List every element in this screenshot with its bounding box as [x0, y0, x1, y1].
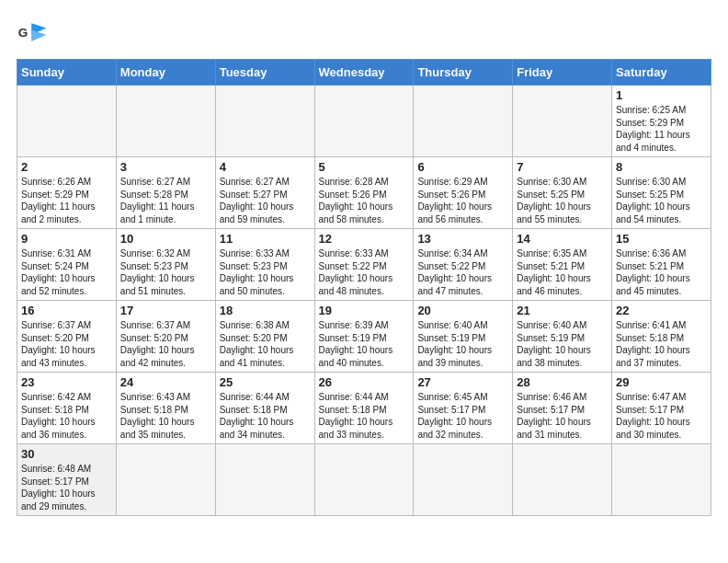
day-cell	[17, 86, 117, 157]
day-cell	[116, 444, 215, 516]
day-number: 27	[417, 375, 508, 389]
day-cell: 13Sunrise: 6:34 AM Sunset: 5:22 PM Dayli…	[414, 229, 513, 301]
day-info: Sunrise: 6:47 AM Sunset: 5:17 PM Dayligh…	[616, 391, 707, 441]
calendar-header: SundayMondayTuesdayWednesdayThursdayFrid…	[17, 60, 711, 86]
day-cell: 21Sunrise: 6:40 AM Sunset: 5:19 PM Dayli…	[513, 301, 612, 373]
page: G SundayMondayTuesdayWednesdayThursdayFr…	[0, 0, 728, 563]
weekday-header-monday: Monday	[116, 60, 215, 86]
week-row-4: 16Sunrise: 6:37 AM Sunset: 5:20 PM Dayli…	[17, 301, 711, 373]
day-cell: 9Sunrise: 6:31 AM Sunset: 5:24 PM Daylig…	[17, 229, 117, 301]
day-info: Sunrise: 6:44 AM Sunset: 5:18 PM Dayligh…	[319, 391, 410, 441]
day-info: Sunrise: 6:30 AM Sunset: 5:25 PM Dayligh…	[616, 176, 707, 225]
day-number: 14	[517, 232, 608, 246]
day-cell: 1Sunrise: 6:25 AM Sunset: 5:29 PM Daylig…	[612, 86, 711, 157]
day-info: Sunrise: 6:38 AM Sunset: 5:20 PM Dayligh…	[220, 319, 311, 369]
svg-text:G: G	[18, 26, 28, 40]
day-number: 21	[517, 304, 608, 317]
day-number: 12	[319, 232, 410, 246]
day-number: 17	[120, 304, 211, 317]
day-info: Sunrise: 6:42 AM Sunset: 5:18 PM Dayligh…	[21, 391, 112, 441]
weekday-header-sunday: Sunday	[17, 60, 117, 86]
day-cell: 7Sunrise: 6:30 AM Sunset: 5:25 PM Daylig…	[513, 157, 612, 229]
day-number: 3	[120, 160, 211, 174]
weekday-row: SundayMondayTuesdayWednesdayThursdayFrid…	[17, 60, 711, 86]
day-info: Sunrise: 6:37 AM Sunset: 5:20 PM Dayligh…	[21, 319, 112, 369]
day-number: 2	[21, 160, 112, 174]
day-info: Sunrise: 6:33 AM Sunset: 5:23 PM Dayligh…	[220, 247, 311, 297]
day-cell: 25Sunrise: 6:44 AM Sunset: 5:18 PM Dayli…	[215, 373, 314, 444]
day-number: 6	[417, 160, 508, 174]
day-info: Sunrise: 6:35 AM Sunset: 5:21 PM Dayligh…	[517, 247, 608, 297]
weekday-header-thursday: Thursday	[414, 60, 513, 86]
day-info: Sunrise: 6:27 AM Sunset: 5:28 PM Dayligh…	[120, 176, 211, 225]
day-info: Sunrise: 6:26 AM Sunset: 5:29 PM Dayligh…	[21, 176, 112, 225]
day-number: 13	[417, 232, 508, 246]
day-cell: 24Sunrise: 6:43 AM Sunset: 5:18 PM Dayli…	[116, 373, 215, 444]
day-number: 9	[21, 232, 112, 246]
logo: G	[17, 17, 53, 50]
day-number: 18	[220, 304, 311, 317]
weekday-header-saturday: Saturday	[612, 60, 711, 86]
calendar-table: SundayMondayTuesdayWednesdayThursdayFrid…	[17, 59, 711, 516]
day-number: 26	[319, 375, 410, 389]
day-cell: 26Sunrise: 6:44 AM Sunset: 5:18 PM Dayli…	[314, 373, 414, 444]
weekday-header-wednesday: Wednesday	[314, 60, 414, 86]
day-info: Sunrise: 6:34 AM Sunset: 5:22 PM Dayligh…	[417, 247, 508, 297]
day-info: Sunrise: 6:45 AM Sunset: 5:17 PM Dayligh…	[417, 391, 508, 441]
day-number: 19	[319, 304, 410, 317]
day-cell: 15Sunrise: 6:36 AM Sunset: 5:21 PM Dayli…	[612, 229, 711, 301]
day-cell	[414, 86, 513, 157]
day-info: Sunrise: 6:29 AM Sunset: 5:26 PM Dayligh…	[417, 176, 508, 225]
day-number: 5	[319, 160, 410, 174]
day-number: 10	[120, 232, 211, 246]
day-info: Sunrise: 6:28 AM Sunset: 5:26 PM Dayligh…	[319, 176, 410, 225]
day-number: 30	[21, 447, 112, 461]
week-row-3: 9Sunrise: 6:31 AM Sunset: 5:24 PM Daylig…	[17, 229, 711, 301]
day-cell: 22Sunrise: 6:41 AM Sunset: 5:18 PM Dayli…	[612, 301, 711, 373]
day-number: 25	[220, 375, 311, 389]
day-cell: 12Sunrise: 6:33 AM Sunset: 5:22 PM Dayli…	[314, 229, 414, 301]
day-info: Sunrise: 6:48 AM Sunset: 5:17 PM Dayligh…	[21, 463, 112, 512]
day-cell	[513, 444, 612, 516]
day-info: Sunrise: 6:41 AM Sunset: 5:18 PM Dayligh…	[616, 319, 707, 369]
day-info: Sunrise: 6:44 AM Sunset: 5:18 PM Dayligh…	[220, 391, 311, 441]
general-blue-icon: G	[17, 17, 50, 50]
day-cell: 11Sunrise: 6:33 AM Sunset: 5:23 PM Dayli…	[215, 229, 314, 301]
day-number: 8	[616, 160, 707, 174]
day-number: 1	[616, 88, 707, 102]
day-info: Sunrise: 6:46 AM Sunset: 5:17 PM Dayligh…	[517, 391, 608, 441]
day-info: Sunrise: 6:40 AM Sunset: 5:19 PM Dayligh…	[417, 319, 508, 369]
week-row-5: 23Sunrise: 6:42 AM Sunset: 5:18 PM Dayli…	[17, 373, 711, 444]
weekday-header-friday: Friday	[513, 60, 612, 86]
day-number: 16	[21, 304, 112, 317]
day-cell: 30Sunrise: 6:48 AM Sunset: 5:17 PM Dayli…	[17, 444, 117, 516]
day-info: Sunrise: 6:37 AM Sunset: 5:20 PM Dayligh…	[120, 319, 211, 369]
week-row-2: 2Sunrise: 6:26 AM Sunset: 5:29 PM Daylig…	[17, 157, 711, 229]
day-info: Sunrise: 6:32 AM Sunset: 5:23 PM Dayligh…	[120, 247, 211, 297]
day-cell: 4Sunrise: 6:27 AM Sunset: 5:27 PM Daylig…	[215, 157, 314, 229]
day-info: Sunrise: 6:30 AM Sunset: 5:25 PM Dayligh…	[517, 176, 608, 225]
day-number: 24	[120, 375, 211, 389]
day-cell: 8Sunrise: 6:30 AM Sunset: 5:25 PM Daylig…	[612, 157, 711, 229]
day-cell: 29Sunrise: 6:47 AM Sunset: 5:17 PM Dayli…	[612, 373, 711, 444]
day-cell: 5Sunrise: 6:28 AM Sunset: 5:26 PM Daylig…	[314, 157, 414, 229]
day-number: 20	[417, 304, 508, 317]
day-cell: 19Sunrise: 6:39 AM Sunset: 5:19 PM Dayli…	[314, 301, 414, 373]
day-number: 11	[220, 232, 311, 246]
week-row-1: 1Sunrise: 6:25 AM Sunset: 5:29 PM Daylig…	[17, 86, 711, 157]
day-info: Sunrise: 6:40 AM Sunset: 5:19 PM Dayligh…	[517, 319, 608, 369]
day-number: 4	[220, 160, 311, 174]
day-cell: 16Sunrise: 6:37 AM Sunset: 5:20 PM Dayli…	[17, 301, 117, 373]
day-number: 7	[517, 160, 608, 174]
calendar-body: 1Sunrise: 6:25 AM Sunset: 5:29 PM Daylig…	[17, 86, 711, 516]
day-cell	[314, 86, 414, 157]
day-cell: 10Sunrise: 6:32 AM Sunset: 5:23 PM Dayli…	[116, 229, 215, 301]
day-number: 29	[616, 375, 707, 389]
day-number: 15	[616, 232, 707, 246]
day-info: Sunrise: 6:36 AM Sunset: 5:21 PM Dayligh…	[616, 247, 707, 297]
day-cell: 17Sunrise: 6:37 AM Sunset: 5:20 PM Dayli…	[116, 301, 215, 373]
day-cell: 20Sunrise: 6:40 AM Sunset: 5:19 PM Dayli…	[414, 301, 513, 373]
day-info: Sunrise: 6:39 AM Sunset: 5:19 PM Dayligh…	[319, 319, 410, 369]
day-info: Sunrise: 6:31 AM Sunset: 5:24 PM Dayligh…	[21, 247, 112, 297]
weekday-header-tuesday: Tuesday	[215, 60, 314, 86]
